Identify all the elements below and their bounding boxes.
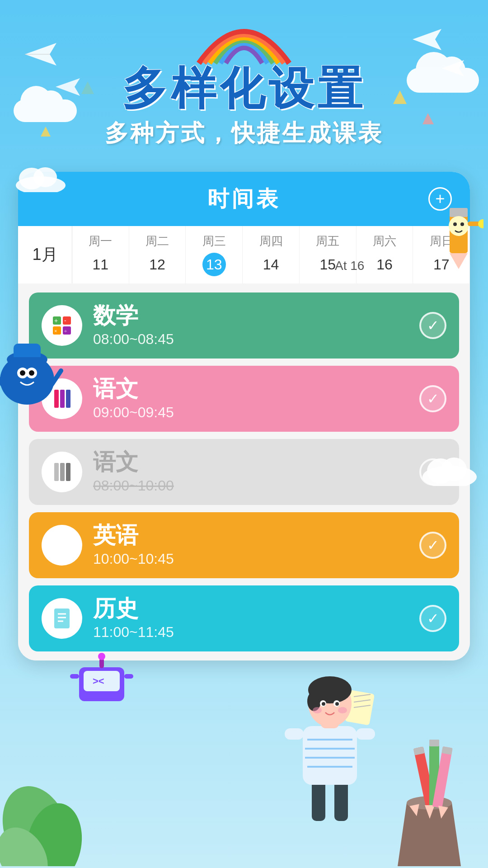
subject-time: 11:00~11:45 [93, 624, 408, 641]
day-cell[interactable]: 周六16 [357, 226, 413, 283]
day-number: 16 [373, 253, 396, 276]
svg-rect-37 [66, 390, 70, 408]
at16-badge: At 16 [335, 259, 364, 273]
svg-marker-8 [41, 127, 51, 137]
svg-marker-4 [442, 60, 464, 76]
day-cell[interactable]: 周二12 [129, 226, 186, 283]
svg-marker-6 [422, 113, 434, 124]
day-number: 11 [89, 253, 112, 276]
day-cell[interactable]: 周五15 [300, 226, 357, 283]
paper-plane-3 [411, 27, 443, 54]
check-mark: ✓ [427, 317, 439, 334]
svg-point-16 [478, 219, 483, 228]
svg-marker-10 [450, 253, 468, 269]
day-name: 周六 [373, 233, 396, 249]
month-label: 1月 [32, 244, 57, 266]
svg-rect-64 [303, 726, 357, 785]
svg-rect-61 [124, 674, 133, 679]
svg-marker-7 [81, 81, 94, 94]
student-figure [280, 658, 380, 832]
day-cell[interactable]: 周三13 [186, 226, 243, 283]
day-name: 周一 [89, 233, 112, 249]
svg-rect-11 [450, 208, 468, 217]
svg-text:-: - [64, 317, 66, 324]
svg-point-59 [98, 653, 105, 660]
month-cell: 1月 [18, 226, 72, 283]
day-cell[interactable]: 周四14 [243, 226, 300, 283]
triangle-deco-4 [41, 127, 51, 138]
day-number: 13 [202, 253, 226, 276]
subject-time: 09:00~09:45 [93, 404, 408, 421]
triangle-deco-1 [393, 90, 407, 106]
calendar-row: 1月 周一11周二12周三13周四14周五15周六16周日17 [18, 226, 470, 283]
svg-point-19 [20, 370, 25, 376]
check-icon[interactable]: ✓ [419, 532, 446, 559]
card-title: 时间表 [207, 184, 281, 213]
day-cell[interactable]: 周一11 [72, 226, 129, 283]
day-name: 周二 [145, 233, 169, 249]
svg-rect-40 [66, 463, 70, 481]
robot-mascot: >< [68, 645, 136, 710]
svg-point-14 [460, 222, 464, 226]
day-name: 周五 [316, 233, 339, 249]
schedule-item-english[interactable]: A英语10:00~10:45✓ [29, 512, 459, 578]
subject-icon-history [42, 598, 82, 639]
subject-name: 语文 [93, 450, 408, 475]
schedule-item-chinese2[interactable]: 语文08:00~10:00✓ [29, 439, 459, 505]
paper-plane-2 [54, 77, 81, 99]
check-icon[interactable]: ✓ [419, 605, 446, 632]
pencil-character [434, 190, 483, 273]
paper-plane-1 [23, 41, 59, 70]
subject-time: 08:00~10:00 [93, 477, 408, 494]
subject-time: 10:00~10:45 [93, 551, 408, 567]
subject-icon-english: A [42, 525, 82, 566]
card-header: 时间表 + [18, 172, 470, 226]
schedule-item-math[interactable]: +-×÷数学08:00~08:45✓ [29, 292, 459, 359]
svg-rect-39 [60, 463, 65, 481]
svg-rect-60 [70, 674, 79, 679]
triangle-deco-2 [422, 113, 434, 126]
day-number: 14 [259, 253, 283, 276]
subject-info-chinese2: 语文08:00~10:00 [93, 450, 408, 494]
svg-rect-63 [334, 780, 348, 821]
day-number: 12 [145, 253, 169, 276]
svg-point-21 [29, 370, 34, 376]
subject-name: 英语 [93, 523, 408, 548]
svg-rect-62 [312, 780, 325, 821]
cloud-float-left [14, 163, 68, 194]
svg-text:A: A [53, 538, 63, 554]
whale-character [0, 330, 63, 413]
svg-rect-24 [11, 357, 43, 363]
schedule-card: 时间表 + 1月 周一11周二12周三13周四14周五15周六16周日17 +-… [18, 172, 470, 660]
svg-point-51 [33, 167, 57, 187]
svg-text:÷: ÷ [64, 328, 67, 334]
svg-text:+: + [54, 317, 58, 324]
cloud-float-right [420, 452, 479, 488]
subject-info-english: 英语10:00~10:45 [93, 523, 408, 567]
subject-time: 08:00~08:45 [93, 331, 408, 348]
leaf-left [0, 731, 113, 868]
svg-marker-2 [56, 78, 80, 96]
schedule-item-chinese1[interactable]: 语文09:00~09:45✓ [29, 366, 459, 432]
subject-icon-chinese2 [42, 452, 82, 492]
check-icon[interactable]: ✓ [419, 312, 446, 339]
schedule-item-history[interactable]: 历史11:00~11:45✓ [29, 585, 459, 651]
subject-info-chinese1: 语文09:00~09:45 [93, 377, 408, 421]
check-mark: ✓ [427, 610, 439, 627]
subject-name: 语文 [93, 377, 408, 401]
schedule-list: +-×÷数学08:00~08:45✓语文09:00~09:45✓语文08:00~… [18, 283, 470, 660]
content-wrapper: 多样化设置 多种方式，快捷生成课表 [0, 0, 488, 868]
svg-marker-5 [393, 90, 407, 104]
svg-point-13 [453, 222, 457, 226]
day-name: 周四 [259, 233, 283, 249]
pencil-cup [389, 726, 470, 868]
svg-rect-38 [54, 463, 59, 481]
subject-name: 数学 [93, 303, 408, 328]
check-mark: ✓ [427, 390, 439, 407]
check-icon[interactable]: ✓ [419, 385, 446, 412]
paper-plane-4 [441, 59, 465, 80]
svg-point-12 [449, 216, 469, 236]
days-row: 周一11周二12周三13周四14周五15周六16周日17 [72, 226, 470, 283]
check-mark: ✓ [427, 537, 439, 554]
svg-rect-70 [356, 728, 375, 740]
